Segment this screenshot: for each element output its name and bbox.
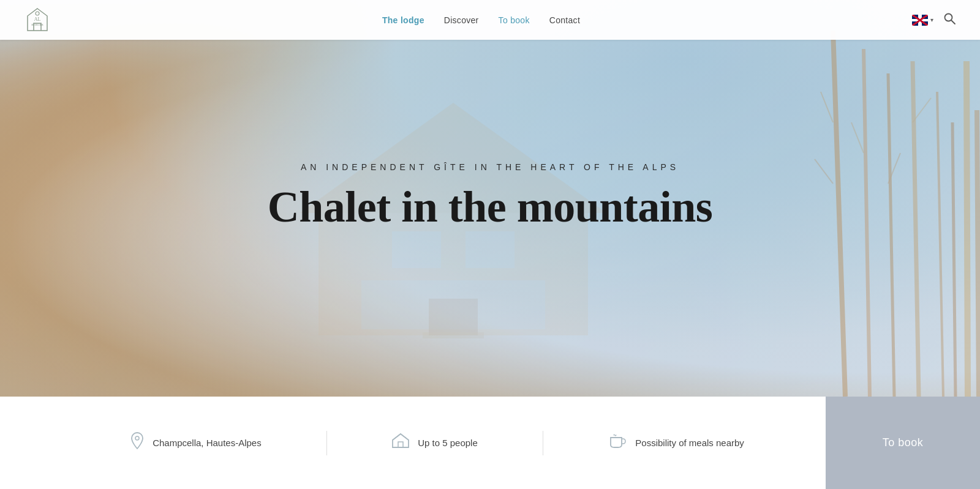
svg-line-14: [913, 61, 919, 397]
coffee-icon: [608, 433, 627, 453]
uk-flag-icon: [912, 15, 928, 26]
svg-line-13: [888, 73, 894, 397]
svg-line-12: [864, 49, 870, 397]
svg-line-17: [821, 92, 833, 122]
svg-line-4: [951, 20, 955, 24]
nav-item-contact[interactable]: Contact: [549, 15, 580, 25]
nav-right: ▾: [912, 12, 956, 28]
hero-subtitle: An independent gîte in the heart of the …: [268, 162, 713, 172]
to-book-label: To book: [883, 436, 924, 449]
hero-section: An independent gîte in the heart of the …: [0, 0, 980, 397]
svg-rect-9: [429, 299, 478, 335]
location-icon: [130, 432, 144, 454]
svg-line-23: [977, 110, 979, 397]
feature-meals: Possibility of meals nearby: [608, 433, 744, 453]
svg-line-11: [833, 31, 845, 397]
svg-line-19: [851, 122, 864, 153]
svg-text:AL: AL: [34, 17, 41, 22]
nav-item-discover[interactable]: Discover: [444, 15, 479, 25]
svg-line-18: [815, 159, 833, 184]
house-icon: [392, 433, 409, 453]
nav-item-to-book[interactable]: To book: [499, 15, 530, 25]
svg-line-16: [952, 122, 956, 397]
site-header: AL BERGER The lodge Discover To book Con…: [0, 0, 980, 40]
svg-rect-25: [398, 442, 403, 447]
chevron-down-icon: ▾: [930, 17, 933, 23]
hero-title: Chalet in the mountains: [268, 183, 713, 231]
divider-2: [543, 431, 543, 455]
logo[interactable]: AL BERGER: [24, 6, 50, 35]
svg-text:BERGER: BERGER: [31, 23, 43, 26]
svg-line-22: [967, 61, 968, 397]
divider-1: [326, 431, 327, 455]
nav-item-lodge[interactable]: The lodge: [382, 15, 424, 25]
location-text: Champcella, Hautes-Alpes: [153, 438, 262, 448]
stems-decoration: [674, 0, 980, 397]
hero-content: An independent gîte in the heart of the …: [268, 162, 713, 231]
feature-capacity: Up to 5 people: [392, 433, 478, 453]
svg-point-0: [36, 12, 39, 15]
search-button[interactable]: [943, 12, 956, 28]
logo-icon: AL BERGER: [24, 6, 50, 35]
svg-rect-10: [423, 332, 484, 338]
language-selector[interactable]: ▾: [912, 15, 933, 26]
svg-line-15: [937, 92, 943, 397]
svg-point-24: [135, 436, 139, 440]
main-nav: The lodge Discover To book Contact: [382, 15, 580, 25]
bottom-bar: Champcella, Hautes-Alpes Up to 5 people: [0, 397, 980, 489]
to-book-panel[interactable]: To book: [826, 397, 980, 489]
meals-text: Possibility of meals nearby: [635, 438, 744, 448]
feature-location: Champcella, Hautes-Alpes: [130, 432, 262, 454]
features-list: Champcella, Hautes-Alpes Up to 5 people: [0, 431, 826, 455]
svg-rect-6: [392, 231, 441, 268]
capacity-text: Up to 5 people: [418, 438, 478, 448]
svg-rect-7: [466, 231, 514, 268]
